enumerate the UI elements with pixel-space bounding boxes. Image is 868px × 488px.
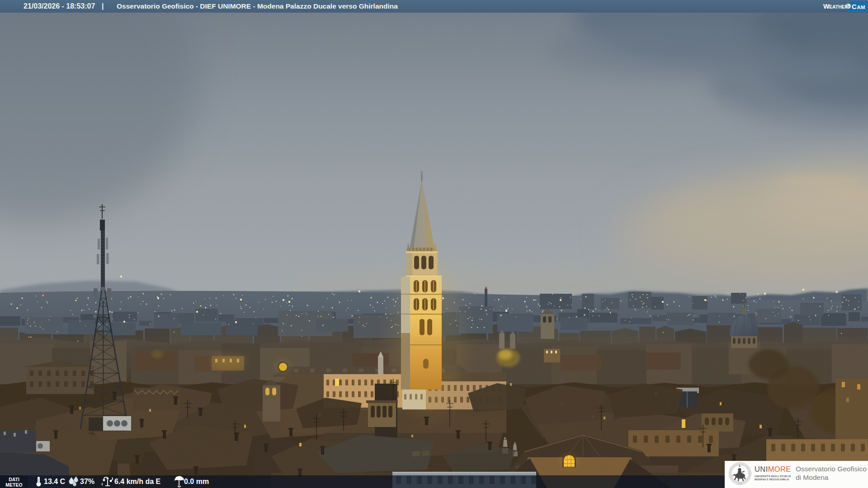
svg-text:1175: 1175 bbox=[738, 482, 742, 484]
svg-text:AM: AM bbox=[857, 5, 865, 10]
svg-text:W: W bbox=[823, 3, 830, 10]
svg-text:EATHER: EATHER bbox=[829, 4, 849, 9]
svg-text:C: C bbox=[852, 3, 857, 10]
